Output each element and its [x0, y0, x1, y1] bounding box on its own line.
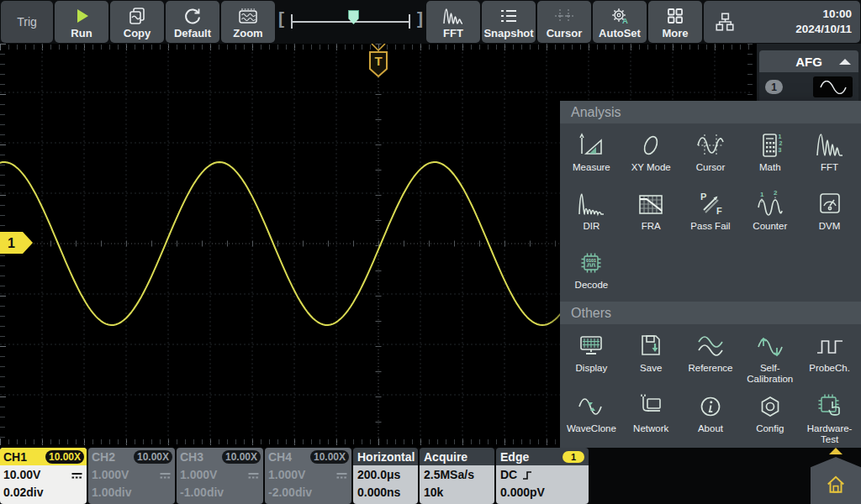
ch4-position: -2.00div	[268, 484, 348, 501]
dir-label: DIR	[583, 221, 600, 232]
probe-check-icon	[815, 331, 845, 361]
ch1-position: 0.02div	[3, 484, 83, 501]
acquire-tile[interactable]: Acquire 2.5MSa/s 10k	[420, 448, 494, 504]
slider-right-cap	[409, 14, 410, 29]
menu-item-hardware-test[interactable]: Hardware-Test	[800, 391, 859, 445]
menu-item-xy-mode[interactable]: XY Mode	[621, 130, 681, 182]
channel1-position-flag[interactable]: 1	[0, 232, 34, 254]
trigger-flag-letter: T	[374, 54, 382, 68]
fft-button[interactable]: FFT	[426, 1, 480, 43]
more-button[interactable]: More	[648, 1, 702, 43]
menu-item-about[interactable]: About	[681, 391, 741, 445]
channel3-tile[interactable]: CH3 10.00X 1.000V -1.00div	[177, 448, 263, 504]
menu-item-decode[interactable]: 0101 Decode	[562, 248, 621, 300]
ch4-name: CH4	[268, 450, 292, 464]
display-icon	[576, 331, 606, 361]
network-menu-icon	[636, 391, 666, 422]
svg-text:A: A	[622, 16, 628, 25]
measure-icon	[576, 130, 606, 160]
dvm-label: DVM	[819, 221, 841, 232]
analysis-grid: Measure XY Mode Cursor	[560, 123, 861, 302]
snapshot-label: Snapshot	[483, 27, 533, 39]
top-toolbar: Trig Run Copy Default Zoom [ ]	[0, 0, 861, 44]
fra-label: FRA	[642, 221, 661, 232]
menu-item-dvm[interactable]: DVM	[800, 189, 859, 241]
menu-item-self-calibration[interactable]: Self-Calibration	[740, 331, 800, 385]
cursor-icon	[553, 6, 575, 26]
run-play-icon	[71, 6, 92, 26]
more-menu-panel: Analysis Measure XY Mode Cursor	[560, 101, 861, 448]
horizontal-tile[interactable]: Horizontal 200.0μs 0.000ns	[353, 448, 418, 504]
dir-icon	[576, 189, 606, 219]
afg-title: AFG	[795, 55, 822, 69]
expand-up-icon[interactable]	[829, 448, 843, 454]
menu-item-fft[interactable]: FFT	[800, 130, 859, 182]
sine-wave-icon	[819, 81, 848, 94]
channel1-tile[interactable]: CH1 10.00X 10.00V 0.02div	[0, 448, 87, 504]
fft-menu-icon	[815, 130, 845, 160]
menu-item-fra[interactable]: FRA	[621, 189, 681, 241]
menu-item-pass-fail[interactable]: P F Pass Fail	[681, 189, 741, 241]
trigger-tile[interactable]: Edge 1 DC 0.000pV	[496, 448, 589, 504]
slider-left-cap	[291, 14, 293, 29]
run-button[interactable]: Run	[55, 1, 108, 43]
autoset-button[interactable]: A AutoSet	[593, 1, 647, 43]
menu-item-waveclone[interactable]: WaveClone	[562, 391, 621, 445]
acquire-title: Acquire	[424, 450, 467, 464]
menu-item-math[interactable]: 123 Math	[740, 130, 800, 182]
slider-left-bracket: [	[278, 9, 284, 27]
horizontal-position-slider[interactable]: [ ]	[276, 0, 425, 44]
menu-item-measure[interactable]: Measure	[562, 130, 621, 182]
dc-coupling-icon	[159, 471, 172, 480]
menu-item-save[interactable]: Save	[621, 331, 681, 385]
copy-button[interactable]: Copy	[110, 1, 164, 43]
channel4-tile[interactable]: CH4 10.00X 1.000V -2.00div	[265, 448, 351, 504]
about-icon	[695, 391, 726, 422]
menu-item-reference[interactable]: Reference	[681, 331, 741, 385]
menu-item-display[interactable]: Display	[562, 331, 621, 385]
channel1-flag-number: 1	[8, 236, 15, 250]
menu-item-cursor[interactable]: Cursor	[681, 130, 741, 182]
self-calibration-label: Self-Calibration	[743, 363, 797, 385]
xy-mode-label: XY Mode	[631, 162, 671, 173]
menu-item-dir[interactable]: DIR	[562, 189, 621, 241]
trigger-flag[interactable]: T	[368, 50, 388, 78]
default-label: Default	[174, 27, 211, 39]
clock-network-tile[interactable]: 10:00 2024/10/11	[704, 1, 860, 43]
fft-icon	[442, 6, 464, 26]
others-section-header: Others	[560, 302, 861, 324]
ch2-probe-badge: 10.00X	[134, 450, 172, 464]
default-button[interactable]: Default	[166, 1, 219, 43]
dc-coupling-icon	[71, 471, 83, 480]
horizontal-title: Horizontal	[357, 450, 415, 464]
cursor-menu-label: Cursor	[696, 162, 726, 173]
svg-text:0101: 0101	[586, 258, 596, 263]
afg-waveform-select[interactable]	[813, 76, 853, 97]
cursor-button[interactable]: Cursor	[537, 1, 591, 43]
counter-label: Counter	[753, 221, 787, 232]
dvm-icon	[815, 189, 845, 219]
delay-value: 0.000ns	[357, 484, 414, 501]
hardware-test-icon	[815, 391, 845, 422]
snapshot-button[interactable]: Snapshot	[482, 1, 536, 43]
menu-item-config[interactable]: Config	[740, 391, 800, 445]
ch4-probe-badge: 10.00X	[310, 450, 349, 464]
math-icon: 123	[755, 130, 785, 160]
slider-track[interactable]	[291, 21, 410, 23]
zoom-icon	[237, 6, 259, 26]
menu-item-probech[interactable]: ProbeCh.	[800, 331, 859, 385]
channel2-tile[interactable]: CH2 10.00X 1.000V 1.00div	[88, 448, 175, 504]
afg-header[interactable]: AFG	[759, 50, 858, 72]
dc-coupling-icon	[247, 471, 260, 480]
others-grid: Display Save Reference Se	[560, 324, 861, 447]
trigger-level: 0.000pV	[500, 484, 584, 501]
config-icon	[755, 391, 785, 422]
zoom-button[interactable]: Zoom	[221, 1, 275, 43]
analysis-title: Analysis	[571, 105, 621, 120]
menu-item-network[interactable]: Network	[621, 391, 681, 445]
menu-item-counter[interactable]: 12 Counter	[740, 189, 800, 241]
ch2-position: 1.00div	[92, 484, 172, 501]
ch3-position: -1.00div	[180, 484, 260, 501]
ch2-name: CH2	[92, 450, 115, 464]
memory-depth-value: 10k	[424, 484, 490, 501]
